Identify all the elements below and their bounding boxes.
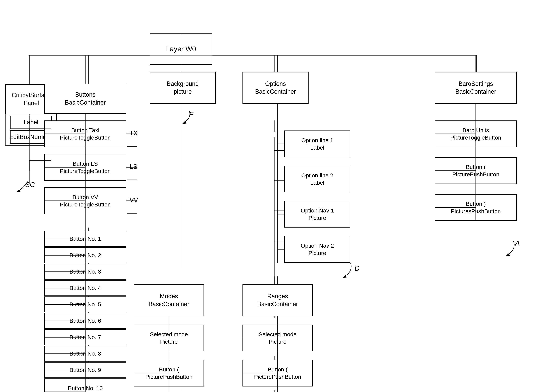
button-no5-label: Button No. 5 (69, 301, 101, 308)
svg-marker-93 (506, 253, 510, 256)
sc-letter: SC (25, 181, 35, 189)
baro-units-node: Baro UnitsPictureToggleButton (435, 121, 517, 147)
option-line1-node: Option line 1Label (284, 131, 350, 157)
svg-marker-98 (17, 190, 20, 192)
button-c-baro-label: Button (PicturePushButton (452, 163, 499, 178)
tx-label: TX (130, 130, 138, 137)
baro-settings-label: BaroSettingsBasicContainer (455, 80, 496, 96)
button-no8-label: Button No. 8 (69, 350, 101, 357)
button-c-baro-node: Button (PicturePushButton (435, 157, 517, 184)
option-nav1-node: Option Nav 1Picture (284, 201, 350, 227)
button-no3-node: Button No. 3 (44, 264, 126, 280)
option-nav2-node: Option Nav 2Picture (284, 236, 350, 263)
button-vv-node: Button VVPictureToggleButton (44, 187, 126, 214)
d-letter: D (355, 264, 360, 272)
options-basic-container-node: OptionsBasicContainer (242, 72, 309, 104)
selected-mode-modes-node: Selected modePicture (134, 325, 204, 351)
button-c-ranges-label: Button (PicturePushButton (254, 366, 301, 381)
button-no10-node: Button No. 10PictureTogglebutton (44, 378, 126, 392)
background-picture-label: Backgroundpicture (167, 80, 199, 96)
option-nav2-label: Option Nav 2Picture (301, 242, 334, 257)
button-c-modes-node: Button (PicturePushButton (134, 360, 204, 387)
option-line1-label: Option line 1Label (301, 136, 333, 151)
button-no9-node: Button No. 9 (44, 362, 126, 378)
ranges-bc-label: RangesBasicContainer (257, 292, 298, 308)
option-nav1-label: Option Nav 1Picture (301, 207, 334, 221)
baro-settings-node: BaroSettingsBasicContainer (435, 72, 517, 104)
button-no6-label: Button No. 6 (69, 317, 101, 324)
button-taxi-label: Button TaxiPictureToggleButton (60, 126, 111, 141)
vv-label: VV (130, 196, 138, 204)
layer-w0-label: Layer W0 (166, 45, 196, 54)
button-no8-node: Button No. 8 (44, 346, 126, 362)
f-letter: F (189, 111, 193, 118)
svg-marker-92 (343, 275, 347, 278)
button-c-ranges-node: Button (PicturePushButton (242, 360, 313, 387)
button-d-baro-label: Button )PicturesPushButton (451, 200, 501, 215)
option-line2-label: Option line 2Label (301, 172, 333, 186)
modes-bc-label: ModesBasicContainer (149, 292, 189, 308)
button-no9-label: Button No. 9 (69, 366, 101, 374)
button-no4-node: Button No. 4 (44, 280, 126, 296)
button-taxi-node: Button TaxiPictureToggleButton (44, 121, 126, 147)
button-no7-node: Button No. 7 (44, 329, 126, 345)
selected-mode-ranges-node: Selected modePicture (242, 325, 313, 351)
button-vv-label: Button VVPictureToggleButton (60, 193, 111, 208)
button-no2-node: Button No. 2 (44, 247, 126, 263)
button-ls-node: Button LSPictureToggleButton (44, 154, 126, 181)
svg-marker-97 (182, 121, 186, 124)
button-d-baro-node: Button )PicturesPushButton (435, 194, 517, 221)
button-no3-label: Button No. 3 (69, 268, 101, 275)
buttons-basic-container-node: ButtonsBasicContainer (44, 84, 126, 114)
modes-basic-container-node: ModesBasicContainer (134, 284, 204, 316)
label-node-label: Label (24, 118, 38, 126)
ranges-basic-container-node: RangesBasicContainer (242, 284, 313, 316)
ls-label: LS (130, 163, 137, 170)
background-picture-node: Backgroundpicture (150, 72, 216, 104)
option-line2-node: Option line 2Label (284, 166, 350, 192)
button-no10-label: Button No. 10PictureTogglebutton (60, 384, 110, 392)
layer-w0-node: Layer W0 (150, 34, 212, 65)
button-no7-label: Button No. 7 (69, 333, 101, 341)
baro-units-label: Baro UnitsPictureToggleButton (450, 126, 501, 141)
button-no5-node: Button No. 5 (44, 297, 126, 312)
button-c-modes-label: Button (PicturePushButton (145, 366, 192, 381)
button-ls-label: Button LSPictureToggleButton (60, 160, 111, 175)
selected-mode-modes-label: Selected modePicture (150, 331, 188, 345)
button-no2-label: Button No. 2 (69, 251, 101, 259)
diagram-container: Layer W0 CriticalSurfacePanel Label Edit… (0, 0, 540, 392)
button-no4-label: Button No. 4 (69, 284, 101, 291)
button-no1-node: Button No. 1 (44, 231, 126, 247)
button-no6-node: Button No. 6 (44, 313, 126, 329)
button-no1-label: Button No. 1 (69, 235, 101, 242)
selected-mode-ranges-label: Selected modePicture (259, 331, 297, 345)
buttons-bc-label: ButtonsBasicContainer (65, 91, 106, 107)
a-letter: A (515, 239, 520, 247)
options-bc-label: OptionsBasicContainer (255, 80, 296, 96)
